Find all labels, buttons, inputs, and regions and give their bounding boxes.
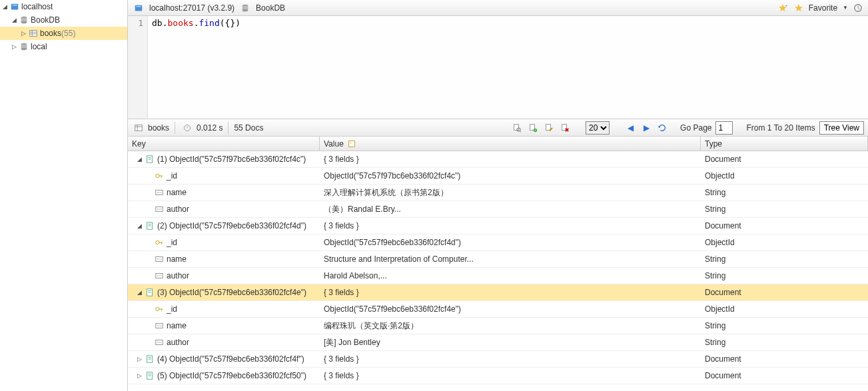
tree-node-collection[interactable]: ▷ books (55) (0, 27, 127, 40)
tree-node-database[interactable]: ▷ local (0, 40, 127, 53)
history-button[interactable] (852, 2, 864, 14)
column-value[interactable]: Value " (320, 137, 701, 151)
next-page-button[interactable]: ▶ (640, 122, 652, 134)
tree-view-button[interactable]: Tree View (819, 121, 864, 135)
svg-rect-23 (135, 125, 143, 131)
row-value: { 3 fields } (324, 155, 359, 164)
query-editor[interactable]: 1 db.books.find({}) (128, 16, 868, 119)
tree-node-database[interactable]: ◢ BookDB (0, 13, 127, 27)
server-icon (133, 3, 144, 13)
svg-text:": " (350, 141, 352, 147)
string-icon (154, 320, 165, 331)
add-favorite-button[interactable]: + (777, 2, 789, 14)
row-key: (2) ObjectId("57c57f9ebc6eb336f02fcf4d") (157, 221, 306, 230)
page-size-select[interactable]: 20 (586, 121, 610, 135)
expand-toggle[interactable]: ◢ (1, 3, 8, 10)
svg-point-53 (157, 208, 158, 209)
expand-toggle[interactable]: ▷ (136, 372, 143, 379)
collection-name: books (148, 123, 169, 133)
range-label: From 1 To 20 Items (746, 123, 815, 133)
document-row[interactable]: ▷(4) ObjectId("57c57f9ebc6eb336f02fcf4f"… (128, 351, 868, 368)
view-document-button[interactable] (511, 122, 523, 134)
dropdown-icon[interactable]: ▼ (843, 5, 848, 11)
field-row[interactable]: nameStructure and Interpretation of Comp… (128, 251, 868, 268)
svg-point-16 (242, 9, 248, 11)
svg-line-30 (520, 131, 521, 132)
svg-marker-19 (795, 3, 803, 11)
expand-toggle[interactable]: ◢ (136, 156, 143, 163)
field-value: Harold Abelson,... (324, 271, 387, 280)
document-icon (145, 287, 155, 298)
database-icon (19, 41, 29, 52)
go-page-input[interactable] (715, 121, 733, 135)
key-icon (154, 237, 165, 248)
expand-toggle[interactable]: ◢ (136, 222, 143, 229)
field-type: ObjectId (705, 171, 735, 181)
field-row[interactable]: authorHarold Abelson,...String (128, 268, 868, 284)
field-row[interactable]: author[美] Jon BentleyString (128, 334, 868, 351)
line-gutter: 1 (128, 16, 148, 119)
code-line[interactable]: db.books.find({}) (148, 16, 244, 119)
delete-document-button[interactable] (559, 122, 571, 134)
svg-point-64 (159, 258, 159, 259)
expand-toggle[interactable]: ▷ (136, 356, 143, 362)
row-value: { 3 fields } (324, 221, 359, 230)
expand-toggle[interactable]: ▷ (11, 43, 17, 50)
expand-toggle[interactable]: ▷ (20, 30, 27, 37)
field-row[interactable]: name编程珠玑（英文版·第2版）String (128, 318, 868, 334)
svg-rect-28 (514, 124, 519, 130)
expand-toggle[interactable]: ◢ (11, 17, 17, 23)
add-document-button[interactable]: + (527, 122, 539, 134)
value-options-icon[interactable]: " (346, 139, 357, 149)
favorite-menu[interactable] (793, 2, 805, 14)
go-page-label: Go Page (680, 123, 711, 133)
field-name: author (167, 271, 189, 280)
key-icon (154, 171, 165, 181)
collection-icon (133, 123, 144, 133)
field-value: ObjectId("57c57f97bc6eb336f02fcf4c") (324, 171, 460, 181)
edit-document-button[interactable] (543, 122, 555, 134)
svg-rect-12 (135, 5, 143, 11)
string-icon (154, 254, 165, 264)
field-name: author (167, 338, 189, 347)
field-value: Structure and Interpretation of Computer… (324, 254, 474, 264)
prev-page-button[interactable]: ◀ (624, 122, 636, 134)
row-value: { 3 fields } (324, 354, 359, 364)
doc-count: 55 Docs (234, 123, 263, 133)
column-key[interactable]: Key (128, 137, 320, 151)
tree-label: books (40, 29, 61, 38)
document-row[interactable]: ▷(5) ObjectId("57c57f9ebc6eb336f02fcf50"… (128, 368, 868, 384)
svg-rect-0 (11, 4, 19, 10)
field-name: _id (167, 171, 177, 181)
column-type[interactable]: Type (701, 137, 868, 151)
tree-node-server[interactable]: ◢ localhost (0, 0, 127, 13)
timer-icon (182, 123, 193, 133)
string-icon (154, 270, 165, 281)
string-icon (154, 337, 165, 348)
field-name: _id (167, 304, 177, 314)
query-header: localhost:27017 (v3.2.9) BookDB + Favori… (128, 0, 868, 16)
row-key: (5) ObjectId("57c57f9ebc6eb336f02fcf50") (157, 371, 306, 380)
document-row[interactable]: ◢(2) ObjectId("57c57f9ebc6eb336f02fcf4d"… (128, 218, 868, 234)
refresh-button[interactable] (656, 122, 668, 134)
connection-tree: ◢ localhost ◢ BookDB ▷ books (55) ▷ loca… (0, 0, 128, 391)
field-row[interactable]: _idObjectId("57c57f9ebc6eb336f02fcf4e")O… (128, 301, 868, 318)
document-row[interactable]: ◢(3) ObjectId("57c57f9ebc6eb336f02fcf4e"… (128, 284, 868, 301)
field-row[interactable]: _idObjectId("57c57f97bc6eb336f02fcf4c")O… (128, 168, 868, 185)
row-key: (1) ObjectId("57c57f97bc6eb336f02fcf4c") (157, 155, 306, 164)
svg-point-45 (156, 174, 159, 177)
document-row[interactable]: ◢(1) ObjectId("57c57f97bc6eb336f02fcf4c"… (128, 151, 868, 168)
separator (228, 122, 228, 134)
svg-point-11 (21, 48, 27, 51)
favorite-label[interactable]: Favorite (809, 3, 837, 13)
field-value: ObjectId("57c57f9ebc6eb336f02fcf4e") (324, 304, 461, 314)
expand-toggle[interactable]: ◢ (136, 289, 143, 296)
svg-point-68 (159, 275, 159, 276)
field-value: 深入理解计算机系统（原书第2版） (324, 187, 448, 198)
document-icon (145, 154, 155, 165)
tree-count: (55) (61, 29, 75, 38)
svg-point-59 (156, 240, 159, 244)
field-row[interactable]: _idObjectId("57c57f9ebc6eb336f02fcf4d")O… (128, 234, 868, 251)
field-row[interactable]: author（美）Randal E.Bry...String (128, 201, 868, 218)
field-row[interactable]: name深入理解计算机系统（原书第2版）String (128, 185, 868, 201)
